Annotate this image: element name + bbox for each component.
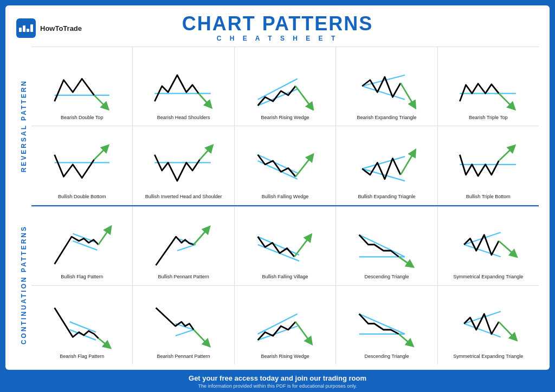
logo-text: HowToTrade: [40, 24, 82, 32]
label-bearish-rising-wedge-2: Bearish Rising Wedge: [261, 350, 309, 362]
label-sym-expanding-triangle-2: Symmetrical Expanding Triangle: [453, 350, 523, 362]
cell-bearish-double-top: Bearish Double Top: [31, 47, 133, 126]
grid-area: REVERSAL PATTERN CONTINUATION PATTERNS B…: [16, 47, 539, 364]
main-title: CHART PATTERNS: [103, 14, 452, 34]
svg-line-43: [176, 330, 194, 336]
cell-bullish-flag: Bullish Flag Pattern: [31, 207, 133, 285]
reversal-label-half: REVERSAL PATTERN: [16, 47, 31, 206]
cell-sym-expanding-triangle-2: Symmetrical Expanding Triangle: [438, 286, 539, 364]
label-bearish-flag: Bearish Flag Pattern: [60, 350, 104, 362]
cell-bearish-rising-wedge-2: Bearish Rising Wedge: [235, 286, 336, 364]
svg-line-35: [399, 257, 411, 265]
cell-sym-expanding-triangle-1: Symmetrical Expanding Triangle: [438, 207, 539, 285]
svg-line-50: [399, 334, 411, 344]
cell-bearish-rising-wedge: Bearish Rising Wedge: [235, 47, 336, 126]
logo-icon: [16, 18, 36, 38]
cell-bullish-inv-head-shoulders: Bullish Inverted Head and Shoulder: [133, 126, 234, 205]
cell-bullish-triple-bottom: Bullish Triple Bottom: [438, 126, 539, 205]
label-bullish-flag: Bullish Flag Pattern: [61, 271, 103, 283]
svg-line-21: [401, 152, 414, 175]
svg-line-15: [200, 147, 211, 160]
footer-sub-text: The information provided within this PDF…: [0, 383, 555, 389]
logo-bars: [19, 24, 33, 32]
svg-line-34: [359, 235, 405, 257]
label-bullish-expanding-triangle: Bullish Expanding Triagnle: [358, 191, 415, 203]
cell-bearish-flag: Bearish Flag Pattern: [31, 286, 133, 364]
side-labels-col: REVERSAL PATTERN CONTINUATION PATTERNS: [16, 47, 31, 364]
label-bullish-pennant: Bullish Pennant Pattern: [158, 271, 209, 283]
footer: Get your free access today and join our …: [0, 370, 555, 392]
pattern-row-3: Bullish Flag Pattern Bullish Pennant Pat…: [31, 206, 539, 285]
pattern-row-1: Bearish Double Top Bearish Head Shoulder…: [31, 47, 539, 126]
pattern-row-2: Bullish Double Bottom Bullish Inverted H…: [31, 126, 539, 205]
cell-bearish-pennant: Bearish Pennant Pattern: [133, 286, 234, 364]
patterns-grid: Bearish Double Top Bearish Head Shoulder…: [31, 47, 539, 364]
svg-line-11: [499, 94, 513, 108]
pattern-row-4: Bearish Flag Pattern Bearish Pennant Pat…: [31, 285, 539, 364]
label-bullish-inv-head-shoulders: Bullish Inverted Head and Shoulder: [145, 191, 222, 203]
cell-bullish-pennant: Bullish Pennant Pattern: [133, 207, 234, 285]
svg-line-13: [94, 147, 107, 160]
cell-bearish-expanding-triangle: Bearish Expanding Triangle: [336, 47, 437, 126]
cell-bullish-double-bottom: Bullish Double Bottom: [31, 126, 133, 205]
svg-line-19: [362, 156, 405, 169]
header: HowToTrade CHART PATTERNS C H E A T S H …: [16, 14, 539, 42]
svg-line-32: [294, 237, 309, 257]
svg-line-49: [359, 314, 405, 334]
footer-main-text: Get your free access today and join our …: [0, 374, 555, 382]
title-area: CHART PATTERNS C H E A T S H E E T: [103, 14, 452, 42]
cell-bullish-falling-village: Bullish Falling Village: [235, 207, 336, 285]
svg-line-25: [73, 241, 97, 250]
label-bearish-rising-wedge: Bearish Rising Wedge: [261, 112, 309, 123]
svg-line-23: [499, 147, 513, 161]
svg-line-52: [464, 324, 501, 337]
cell-descending-triangle-1: Descending Triangle: [336, 207, 437, 285]
svg-line-6: [295, 86, 311, 107]
label-bullish-triple-bottom: Bullish Triple Bottom: [466, 191, 511, 203]
reversal-label: REVERSAL PATTERN: [20, 80, 28, 172]
svg-line-53: [499, 322, 514, 338]
label-descending-triangle-1: Descending Triangle: [364, 271, 409, 283]
svg-line-9: [401, 83, 414, 106]
svg-line-28: [177, 245, 196, 251]
svg-line-29: [194, 228, 208, 244]
label-bearish-expanding-triangle: Bearish Expanding Triangle: [357, 112, 416, 123]
svg-line-38: [499, 241, 514, 255]
label-bearish-head-shoulders: Bearish Head Shoulders: [157, 112, 210, 123]
svg-line-3: [199, 94, 210, 106]
cell-bullish-expanding-triangle: Bullish Expanding Triagnle: [336, 126, 437, 205]
label-bearish-triple-top: Bearish Triple Top: [469, 112, 508, 123]
label-bullish-falling-wedge: Bullish Falling Wedge: [262, 191, 308, 203]
svg-line-24: [73, 233, 97, 243]
cell-bullish-falling-wedge: Bullish Falling Wedge: [235, 126, 336, 205]
label-bearish-double-top: Bearish Double Top: [61, 112, 103, 123]
continuation-label-half: CONTINUATION PATTERNS: [16, 206, 31, 365]
svg-line-41: [99, 338, 108, 347]
label-descending-triangle-2: Descending Triangle: [364, 350, 409, 362]
svg-line-47: [295, 322, 310, 342]
svg-line-26: [99, 228, 109, 244]
cell-descending-triangle-2: Descending Triangle: [336, 286, 437, 364]
continuation-label: CONTINUATION PATTERNS: [20, 225, 28, 344]
label-sym-expanding-triangle-1: Symmetrical Expanding Triangle: [453, 271, 523, 283]
label-bearish-pennant: Bearish Pennant Pattern: [157, 350, 210, 362]
cell-bearish-head-shoulders: Bearish Head Shoulders: [133, 47, 234, 126]
label-bullish-double-bottom: Bullish Double Bottom: [58, 191, 106, 203]
svg-line-18: [295, 156, 311, 177]
cell-bearish-triple-top: Bearish Triple Top: [438, 47, 539, 126]
logo-area: HowToTrade: [16, 18, 103, 38]
svg-line-1: [94, 95, 107, 108]
sub-title: C H E A T S H E E T: [103, 35, 452, 42]
label-bullish-falling-village: Bullish Falling Village: [262, 271, 308, 283]
svg-line-44: [194, 330, 208, 344]
svg-line-39: [70, 322, 96, 332]
